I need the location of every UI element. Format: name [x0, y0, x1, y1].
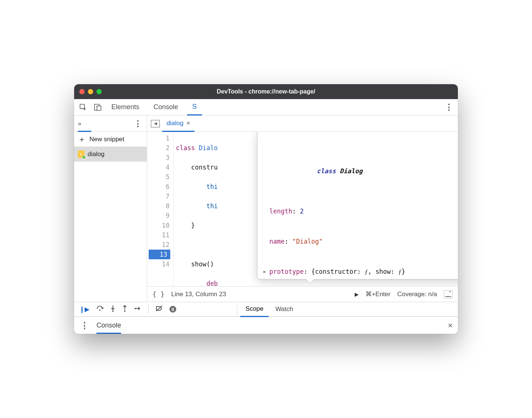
resume-icon[interactable]: ❙▶	[79, 305, 89, 313]
navigator-toggle-icon[interactable]: ◀	[151, 120, 160, 127]
svg-point-4	[112, 310, 114, 312]
minimize-window-icon[interactable]	[88, 89, 93, 94]
line-number-current: 13	[149, 250, 170, 259]
navigator-tabs: »	[74, 115, 147, 132]
line-gutter: 1 2 3 4 5 6 7 8 9 10 11 12 13 14	[147, 132, 173, 286]
line-number: 5	[147, 172, 170, 182]
code-area[interactable]: 1 2 3 4 5 6 7 8 9 10 11 12 13 14 class D…	[147, 132, 458, 286]
snippet-file-icon	[78, 151, 85, 158]
editor-tab-label: dialog	[167, 120, 183, 127]
step-into-icon[interactable]	[110, 305, 115, 314]
line-number: 8	[147, 201, 170, 211]
line-number: 14	[147, 259, 170, 269]
new-snippet-label: New snippet	[89, 136, 124, 143]
new-snippet-button[interactable]: ＋ New snippet	[74, 132, 147, 147]
navigator-active-underline	[78, 131, 91, 132]
navigator-more-icon[interactable]: »	[78, 120, 81, 127]
tab-scope[interactable]: Scope	[240, 302, 269, 317]
step-out-icon[interactable]	[122, 305, 127, 314]
plus-icon: ＋	[78, 134, 86, 145]
debugger-toolbar: ❙▶ Scope Watch	[74, 302, 458, 317]
keyword-debugger: deb	[206, 280, 218, 286]
cursor-position: Line 13, Column 23	[171, 291, 226, 298]
code-editor: ◀ dialog × 1 2 3 4 5 6 7 8 9 10	[147, 115, 458, 302]
close-drawer-icon[interactable]: ×	[448, 321, 453, 330]
navigator-options-icon[interactable]	[133, 118, 143, 129]
line-number: 12	[147, 240, 170, 250]
keyword-class: class	[176, 144, 199, 152]
inspect-element-icon[interactable]	[78, 102, 88, 113]
titlebar: DevTools - chrome://new-tab-page/	[74, 84, 458, 99]
popover-header: class Dialog	[263, 156, 458, 186]
line-number: 3	[147, 153, 170, 162]
drawer-tab-console[interactable]: Console	[96, 322, 121, 334]
line-number: 7	[147, 191, 170, 201]
line-number: 1	[147, 133, 170, 143]
tab-watch[interactable]: Watch	[270, 302, 298, 317]
code-content[interactable]: class Dialo constru thi thi } show() deb…	[173, 132, 458, 286]
divider	[148, 305, 149, 314]
line-number: 4	[147, 162, 170, 172]
main-tabbar: Elements Console S	[74, 99, 458, 115]
devtools-window: DevTools - chrome://new-tab-page/ Elemen…	[74, 84, 458, 334]
window-title: DevTools - chrome://new-tab-page/	[74, 88, 458, 95]
device-toolbar-icon[interactable]	[92, 102, 102, 113]
snippet-item-dialog[interactable]: dialog	[74, 147, 147, 162]
tab-sources[interactable]: S	[187, 99, 202, 115]
expand-icon[interactable]: ▶	[263, 267, 269, 277]
console-drawer: Console ×	[74, 317, 458, 334]
close-tab-icon[interactable]: ×	[186, 120, 190, 127]
svg-rect-2	[97, 106, 101, 110]
more-options-icon[interactable]	[444, 102, 454, 113]
line-number: 2	[147, 143, 170, 153]
keyword-this: thi	[206, 183, 218, 190]
object-popover[interactable]: class Dialog ▶length: 2 ▶name: "Dialog" …	[257, 132, 458, 279]
line-number: 11	[147, 230, 170, 240]
coverage-dropdown-icon[interactable]	[444, 290, 453, 298]
editor-statusbar: { } Line 13, Column 23 ⌘+Enter Coverage:…	[147, 286, 458, 302]
classname: Dialo	[199, 144, 218, 152]
pause-on-exceptions-icon[interactable]	[170, 306, 176, 313]
run-snippet-icon[interactable]	[355, 291, 359, 298]
tab-elements[interactable]: Elements	[106, 99, 145, 115]
editor-tabbar: ◀ dialog ×	[147, 115, 458, 132]
tab-console[interactable]: Console	[148, 99, 183, 115]
line-number: 10	[147, 221, 170, 230]
run-hint: ⌘+Enter	[365, 290, 391, 298]
scope-watch-tabs: Scope Watch	[237, 302, 298, 316]
coverage-label: Coverage: n/a	[397, 291, 437, 298]
snippet-item-label: dialog	[88, 151, 104, 158]
step-over-icon[interactable]	[96, 305, 104, 314]
line-number: 6	[147, 182, 170, 191]
popover-prototype-row[interactable]: ▶prototype: {constructor: ƒ, show: ƒ}	[263, 267, 458, 277]
step-icon[interactable]	[134, 305, 142, 313]
keyword-this: thi	[206, 202, 218, 210]
zoom-window-icon[interactable]	[96, 89, 102, 94]
drawer-options-icon[interactable]	[79, 320, 90, 331]
sources-navigator: » ＋ New snippet dialog	[74, 115, 147, 302]
pretty-print-icon[interactable]: { }	[152, 290, 165, 298]
window-controls	[79, 89, 102, 94]
editor-tab-dialog[interactable]: dialog ×	[162, 115, 194, 132]
panel-body: » ＋ New snippet dialog ◀ dialog	[74, 115, 458, 302]
deactivate-breakpoints-icon[interactable]	[155, 305, 163, 314]
svg-point-5	[124, 310, 126, 312]
svg-point-3	[99, 309, 101, 311]
close-window-icon[interactable]	[79, 89, 85, 94]
line-number: 9	[147, 211, 170, 221]
svg-point-6	[134, 308, 136, 309]
